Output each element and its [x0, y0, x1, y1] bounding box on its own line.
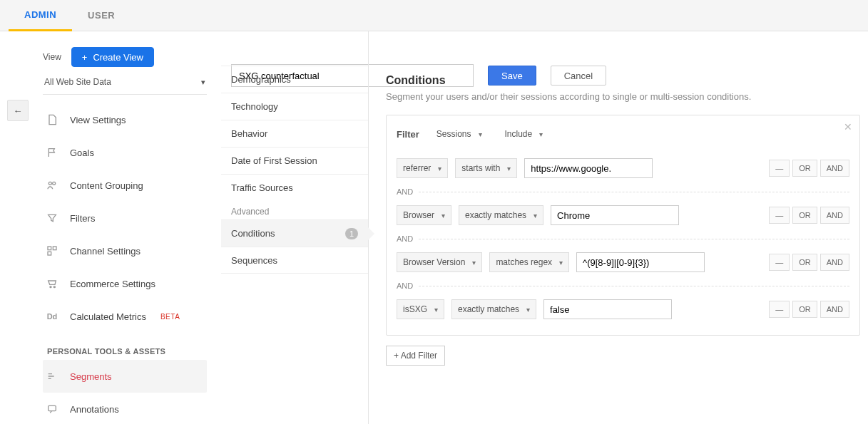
or-button[interactable]: OR — [792, 207, 817, 224]
filter-card: ✕ Filter Sessions Include referrer start… — [386, 115, 860, 336]
caret-down-icon — [201, 77, 205, 87]
filter-scope-dropdown[interactable]: Sessions — [431, 124, 488, 144]
and-button[interactable]: AND — [820, 301, 849, 318]
svg-rect-2 — [48, 247, 51, 250]
people-icon — [46, 179, 58, 192]
svg-point-5 — [50, 286, 51, 288]
nav-annotations[interactable]: Annotations — [43, 393, 207, 424]
funnel-icon — [46, 212, 58, 224]
and-button[interactable]: AND — [820, 160, 849, 177]
view-selector[interactable]: All Web Site Data — [43, 73, 207, 95]
nav-label: Channel Settings — [70, 246, 141, 257]
and-separator: AND — [397, 276, 849, 295]
remove-row-button[interactable]: — — [769, 207, 790, 224]
plus-icon: + — [82, 52, 88, 63]
mid-conditions[interactable]: Conditions 1 — [221, 219, 368, 247]
or-button[interactable]: OR — [792, 254, 817, 271]
remove-filter-button[interactable]: ✕ — [844, 121, 852, 133]
nav-label: View Settings — [70, 115, 126, 125]
mid-label: Traffic Sources — [231, 182, 293, 193]
mid-behavior[interactable]: Behavior — [221, 120, 368, 147]
nav-view-settings[interactable]: View Settings — [43, 103, 207, 136]
mid-label: Conditions — [231, 228, 275, 239]
nav-label: Calculated Metrics — [70, 311, 146, 322]
svg-rect-7 — [48, 405, 56, 410]
filter-label: Filter — [397, 129, 419, 140]
value-input[interactable] — [576, 252, 705, 272]
mid-sequences[interactable]: Sequences — [221, 247, 368, 274]
create-view-button[interactable]: + Create View — [71, 47, 154, 67]
tab-admin[interactable]: ADMIN — [9, 0, 72, 31]
dimension-dropdown[interactable]: isSXG — [397, 299, 444, 319]
mid-label: Sequences — [231, 255, 277, 266]
mid-demographics[interactable]: Demographics — [221, 66, 368, 93]
filter-row: Browser exactly matches — OR AND — [397, 201, 849, 229]
close-icon: ✕ — [844, 121, 852, 133]
view-selector-label: All Web Site Data — [44, 77, 111, 87]
mid-traffic[interactable]: Traffic Sources — [221, 174, 368, 201]
nav-label: Filters — [70, 213, 95, 224]
and-button[interactable]: AND — [820, 207, 849, 224]
filter-row: referrer starts with — OR AND — [397, 154, 849, 182]
metrics-icon: Dd — [46, 310, 58, 323]
conditions-title: Conditions — [386, 74, 861, 87]
nav-ecommerce[interactable]: Ecommerce Settings — [43, 267, 207, 300]
nav-label: Ecommerce Settings — [70, 279, 155, 289]
flag-icon — [46, 146, 58, 159]
remove-row-button[interactable]: — — [769, 254, 790, 271]
filter-row: Browser Version matches regex — OR AND — [397, 248, 849, 276]
match-type-dropdown[interactable]: matches regex — [489, 252, 569, 272]
remove-row-button[interactable]: — — [769, 160, 790, 177]
nav-label: Segments — [70, 371, 112, 382]
match-type-dropdown[interactable]: starts with — [455, 158, 517, 178]
nav-calculated-metrics[interactable]: Dd Calculated Metrics BETA — [43, 300, 207, 333]
tab-user[interactable]: USER — [72, 0, 131, 31]
mid-label: Date of First Session — [231, 155, 317, 166]
channels-icon — [46, 244, 58, 257]
nav-segments[interactable]: Segments — [43, 360, 207, 393]
match-type-dropdown[interactable]: exactly matches — [451, 299, 536, 319]
and-button[interactable]: AND — [820, 254, 849, 271]
document-icon — [46, 113, 58, 126]
cart-icon — [46, 277, 58, 290]
mid-advanced-label: Advanced — [221, 201, 368, 219]
or-button[interactable]: OR — [792, 160, 817, 177]
and-separator: AND — [397, 229, 849, 248]
dimension-dropdown[interactable]: Browser Version — [397, 252, 482, 272]
beta-badge: BETA — [160, 313, 180, 321]
selected-arrow-icon — [368, 227, 374, 240]
annotations-icon — [46, 403, 58, 415]
mid-label: Demographics — [231, 74, 291, 85]
remove-row-button[interactable]: — — [769, 301, 790, 318]
svg-point-1 — [53, 182, 56, 185]
value-input[interactable] — [551, 205, 679, 225]
and-separator: AND — [397, 182, 849, 201]
mid-label: Technology — [231, 101, 278, 112]
view-label: View — [43, 52, 61, 62]
nav-content-grouping[interactable]: Content Grouping — [43, 169, 207, 202]
svg-rect-4 — [48, 252, 51, 255]
conditions-count: 1 — [345, 228, 358, 239]
nav-label: Content Grouping — [70, 180, 143, 191]
svg-rect-3 — [53, 247, 56, 250]
filter-include-dropdown[interactable]: Include — [499, 124, 549, 144]
segments-icon — [46, 370, 58, 383]
mid-technology[interactable]: Technology — [221, 93, 368, 120]
mid-date-first[interactable]: Date of First Session — [221, 147, 368, 174]
filter-row: isSXG exactly matches — OR AND — [397, 295, 849, 324]
section-personal-tools: PERSONAL TOOLS & ASSETS — [47, 347, 207, 356]
value-input[interactable] — [524, 158, 653, 178]
nav-label: Annotations — [70, 404, 119, 415]
create-view-label: Create View — [93, 52, 143, 63]
nav-label: Goals — [70, 148, 94, 158]
nav-goals[interactable]: Goals — [43, 136, 207, 169]
or-button[interactable]: OR — [792, 301, 817, 318]
nav-channel-settings[interactable]: Channel Settings — [43, 234, 207, 267]
dimension-dropdown[interactable]: referrer — [397, 158, 448, 178]
mid-label: Behavior — [231, 128, 267, 139]
add-filter-button[interactable]: + Add Filter — [386, 346, 445, 366]
dimension-dropdown[interactable]: Browser — [397, 205, 451, 225]
match-type-dropdown[interactable]: exactly matches — [459, 205, 543, 225]
nav-filters[interactable]: Filters — [43, 202, 207, 234]
value-input[interactable] — [543, 299, 672, 319]
